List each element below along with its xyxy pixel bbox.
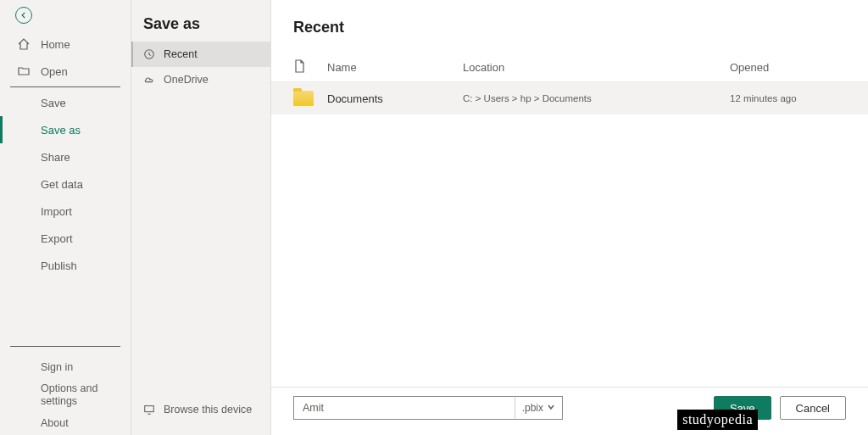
device-icon <box>143 404 155 415</box>
clock-icon <box>143 48 155 60</box>
file-icon <box>293 63 305 75</box>
back-button[interactable] <box>15 7 32 24</box>
nav-about-label: About <box>41 417 69 429</box>
loc-recent[interactable]: Recent <box>131 42 270 67</box>
row-name: Documents <box>327 92 463 105</box>
cloud-icon <box>143 74 155 86</box>
nav-export[interactable]: Export <box>0 225 131 252</box>
nav-home-label: Home <box>41 38 70 51</box>
filename-field: .pbix <box>293 396 563 420</box>
watermark: studyopedia <box>677 410 758 430</box>
nav-divider <box>10 86 120 87</box>
loc-recent-label: Recent <box>164 48 198 60</box>
folder-icon <box>293 91 314 106</box>
browse-device-label: Browse this device <box>164 404 252 415</box>
col-icon-header <box>293 59 327 75</box>
nav-open[interactable]: Open <box>0 58 131 85</box>
row-icon <box>293 91 327 106</box>
nav-import[interactable]: Import <box>0 198 131 225</box>
cancel-button[interactable]: Cancel <box>780 396 846 420</box>
nav-publish[interactable]: Publish <box>0 252 131 279</box>
file-table-header: Name Location Opened <box>271 53 868 82</box>
nav-save-label: Save <box>41 97 66 109</box>
nav-save-as-label: Save as <box>41 124 81 137</box>
col-name-header[interactable]: Name <box>327 61 463 74</box>
nav-signin-label: Sign in <box>41 361 73 373</box>
row-location: C: > Users > hp > Documents <box>463 93 730 103</box>
nav-about[interactable]: About <box>0 411 131 435</box>
main-panel: Recent Name Location Opened Documents C:… <box>271 0 868 435</box>
nav-share[interactable]: Share <box>0 143 131 170</box>
save-as-locations: Save as Recent OneDrive Browse this devi… <box>131 0 271 435</box>
nav-import-label: Import <box>41 205 72 218</box>
folder-open-icon <box>17 64 31 78</box>
nav-save[interactable]: Save <box>0 89 131 116</box>
main-title: Recent <box>271 0 868 53</box>
browse-device[interactable]: Browse this device <box>131 393 270 427</box>
table-row[interactable]: Documents C: > Users > hp > Documents 12… <box>271 82 868 114</box>
nav-bottom: Sign in Options and settings About <box>0 344 131 435</box>
nav-share-label: Share <box>41 151 70 164</box>
bottom-bar: .pbix Save Cancel <box>271 387 868 435</box>
nav-signin[interactable]: Sign in <box>0 355 131 379</box>
nav-options[interactable]: Options and settings <box>0 379 131 411</box>
extension-label: .pbix <box>522 402 543 414</box>
arrow-left-icon <box>19 9 28 22</box>
left-nav: Home Open Save Save as Share Get data Im… <box>0 0 131 435</box>
extension-dropdown[interactable]: .pbix <box>515 397 562 419</box>
col-opened-header[interactable]: Opened <box>730 61 846 74</box>
nav-export-label: Export <box>41 232 73 245</box>
svg-rect-1 <box>145 406 154 412</box>
nav-divider-bottom <box>10 346 120 347</box>
loc-onedrive[interactable]: OneDrive <box>131 67 270 92</box>
nav-home[interactable]: Home <box>0 31 131 58</box>
chevron-down-icon <box>543 402 555 414</box>
nav-get-data-label: Get data <box>41 178 83 191</box>
mid-title: Save as <box>131 0 270 42</box>
filename-input[interactable] <box>294 402 515 414</box>
nav-options-label: Options and settings <box>41 382 131 408</box>
col-location-header[interactable]: Location <box>463 61 730 74</box>
row-opened: 12 minutes ago <box>730 93 846 103</box>
nav-publish-label: Publish <box>41 259 77 272</box>
nav-save-as[interactable]: Save as <box>0 116 131 143</box>
loc-onedrive-label: OneDrive <box>164 74 209 86</box>
home-icon <box>17 37 31 51</box>
nav-get-data[interactable]: Get data <box>0 170 131 198</box>
nav-open-label: Open <box>41 65 68 78</box>
